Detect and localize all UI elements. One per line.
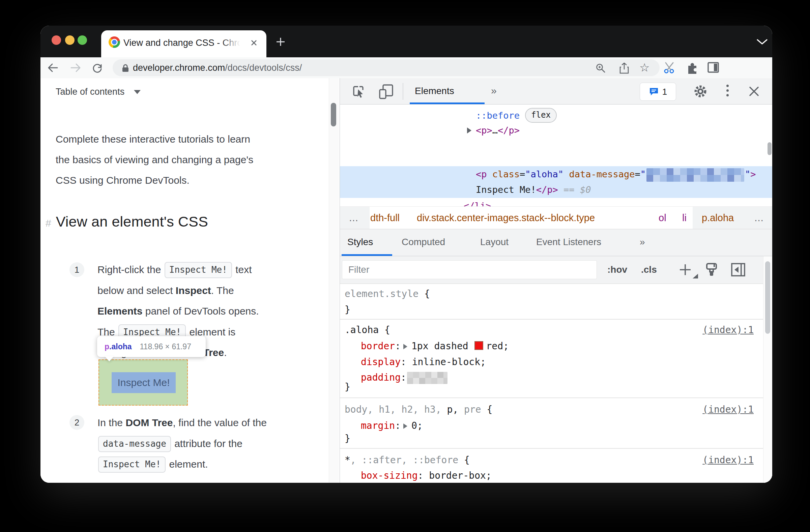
traffic-light-zoom[interactable]	[78, 35, 87, 45]
bookmark-star-icon[interactable]: ☆	[639, 61, 649, 74]
tab-layout[interactable]: Layout	[480, 229, 508, 255]
devtools-panel: Elements » 1 ::beforeflex <p>…</p>	[340, 78, 772, 483]
issues-message-icon	[649, 87, 659, 96]
rule-element-style-selector[interactable]: element.style {	[345, 286, 430, 302]
issues-badge[interactable]: 1	[640, 83, 676, 101]
address-bar[interactable]: developer.chrome.com/docs/devtools/css/ …	[113, 59, 660, 76]
browser-tab[interactable]: View and change CSS - Chrom	[101, 30, 266, 57]
inspect-element-icon[interactable]	[351, 84, 366, 99]
dom-row-p-collapsed[interactable]: <p>…</p>	[476, 123, 520, 138]
devtools-settings-gear-icon[interactable]	[693, 84, 708, 99]
css-property-padding[interactable]: padding:	[361, 370, 448, 385]
css-property-margin[interactable]: margin:0;	[361, 418, 423, 434]
paint-roller-icon[interactable]	[703, 262, 719, 278]
breadcrumb-more-right[interactable]: …	[754, 207, 764, 229]
stylesheet-link[interactable]: (index):1	[702, 402, 754, 417]
rule-aloha-selector[interactable]: .aloha {	[345, 322, 390, 338]
new-style-rule-button[interactable]	[677, 262, 693, 278]
share-icon[interactable]	[619, 62, 629, 74]
docs-scrollbar-track[interactable]	[329, 78, 339, 483]
styles-scrollbar-thumb[interactable]	[765, 261, 770, 334]
zoom-icon[interactable]	[596, 63, 606, 73]
traffic-light-minimize[interactable]	[65, 35, 75, 45]
tab-event-listeners[interactable]: Event Listeners	[536, 229, 601, 255]
dom-selected-row[interactable]: <p class="aloha" data-message=""> Inspec…	[340, 166, 772, 198]
step-2-line: data-message attribute for the	[97, 433, 267, 454]
rule-universal-selector[interactable]: *, ::after, ::before {	[345, 452, 470, 468]
section-heading-row: #View an element's CSS	[46, 212, 208, 231]
tab-computed[interactable]: Computed	[402, 229, 445, 255]
sidebar-more-tabs-chevron[interactable]: »	[640, 229, 645, 255]
inspect-tooltip: p.aloha 118.96 × 61.97	[97, 336, 206, 357]
url-host: developer.chrome.com	[133, 63, 225, 73]
css-property-box-sizing[interactable]: box-sizing: border-box;	[361, 468, 492, 483]
tab-styles[interactable]: Styles	[347, 229, 373, 255]
extensions-puzzle-icon[interactable]	[685, 61, 699, 74]
devtools-menu-kebab-icon[interactable]	[726, 85, 729, 98]
elements-tab-underline	[410, 102, 485, 104]
scissors-extension-icon[interactable]	[663, 61, 677, 75]
stylesheet-link[interactable]: (index):1	[702, 322, 754, 338]
rule-close-brace: }	[345, 379, 350, 395]
more-panels-chevron[interactable]: »	[491, 78, 497, 103]
traffic-light-close[interactable]	[52, 35, 61, 45]
dom-scrollbar-thumb[interactable]	[767, 142, 772, 155]
sidebar-position-toggle-icon[interactable]	[730, 262, 746, 277]
table-of-contents-button[interactable]: Table of contents	[55, 84, 141, 99]
device-toolbar-icon[interactable]	[378, 83, 394, 100]
intro-line: CSS using Chrome DevTools.	[55, 170, 253, 190]
breadcrumb-more-left[interactable]: …	[349, 207, 358, 229]
page-section-title: View an element's CSS	[56, 213, 208, 230]
tab-elements[interactable]: Elements	[415, 78, 454, 104]
dom-tree: ::beforeflex <p>…</p> <p class="aloha" d…	[340, 104, 772, 206]
sidebar-tabs: Styles Computed Layout Event Listeners »	[340, 229, 772, 256]
forward-button[interactable]	[69, 61, 82, 74]
tooltip-tag: p	[104, 342, 109, 351]
stylesheet-link[interactable]: (index):1	[702, 452, 754, 468]
breadcrumb-item-selected[interactable]: p.aloha	[702, 207, 734, 229]
devtools-close-icon[interactable]	[747, 85, 761, 98]
css-property-border[interactable]: border:1px dashed red;	[361, 338, 509, 354]
docs-scrollbar-thumb[interactable]	[331, 103, 336, 127]
back-button[interactable]	[47, 61, 59, 74]
chrome-favicon-icon	[109, 36, 120, 48]
rule-divider	[340, 398, 763, 398]
step-2-line: In the DOM Tree, find the value of the	[97, 412, 267, 433]
styles-filter-input[interactable]	[342, 260, 597, 279]
breadcrumb-item[interactable]: ol	[659, 207, 666, 229]
styles-tab-underline	[342, 254, 392, 256]
window-chevron-down-icon[interactable]	[755, 37, 770, 47]
new-style-rule-dropdown-icon[interactable]	[693, 274, 698, 279]
side-panel-icon[interactable]	[707, 61, 719, 74]
inspect-me-highlight-overlay[interactable]: Inspect Me!	[98, 360, 188, 405]
rule-body-selector[interactable]: body, h1, h2, h3, p, pre {	[345, 402, 492, 417]
dom-breadcrumbs: … dth-full div.stack.center-images.stack…	[340, 206, 772, 229]
tooltip-dimensions: 118.96 × 61.97	[140, 342, 191, 351]
new-tab-button[interactable]	[275, 36, 287, 48]
expand-arrow-icon[interactable]	[467, 128, 471, 133]
step-1-line: Elements panel of DevTools opens.	[97, 301, 259, 322]
inspect-me-content-box: Inspect Me!	[112, 372, 176, 393]
toggle-class-button[interactable]: .cls	[641, 256, 657, 283]
reload-button[interactable]	[91, 61, 104, 74]
issues-count: 1	[662, 87, 667, 97]
inspect-me-label: Inspect Me!	[117, 377, 169, 388]
toggle-hover-state-button[interactable]: :hov	[608, 256, 627, 283]
browser-window: View and change CSS - Chrom developer.ch…	[40, 26, 772, 483]
tooltip-class: .aloha	[109, 342, 131, 351]
breadcrumb-item[interactable]: dth-full	[370, 207, 400, 229]
url-text: developer.chrome.com/docs/devtools/css/	[133, 59, 302, 76]
dom-row-before-pseudo[interactable]: ::beforeflex	[476, 108, 557, 123]
heading-anchor-hash[interactable]: #	[46, 217, 51, 229]
step-1-line: Right-click the Inspect Me! text	[97, 259, 259, 280]
css-property-display[interactable]: display: inline-block;	[361, 354, 486, 370]
breadcrumb-item[interactable]: div.stack.center-images.stack--block.typ…	[417, 207, 595, 229]
page-content: Table of contents Complete these interac…	[40, 78, 772, 483]
tab-close-icon[interactable]	[249, 38, 258, 47]
lock-icon	[122, 64, 129, 72]
rule-divider	[340, 448, 763, 449]
dom-selected-line-1: <p class="aloha" data-message="">	[476, 167, 756, 182]
breadcrumb-item[interactable]: li	[682, 207, 686, 229]
step-1-number: 1	[69, 262, 84, 277]
url-path: /docs/devtools/css/	[225, 63, 302, 73]
